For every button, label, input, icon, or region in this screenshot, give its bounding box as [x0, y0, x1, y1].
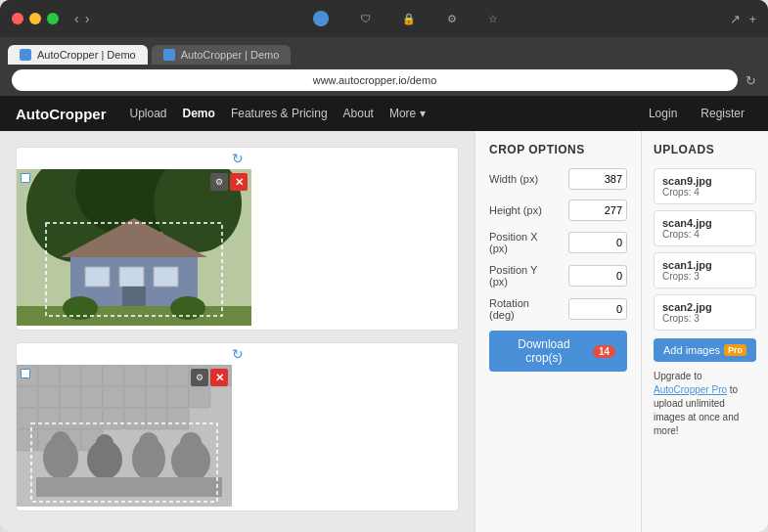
field-pos-y: Position Y(px) [489, 264, 627, 288]
svg-point-49 [96, 434, 113, 452]
top-nav: AutoCropper Upload Demo Features & Prici… [0, 96, 768, 131]
width-input[interactable] [568, 168, 627, 190]
svg-rect-7 [119, 267, 144, 287]
refresh-icon-2[interactable]: ↻ [232, 346, 244, 362]
rotation-input[interactable] [568, 298, 627, 320]
nav-register[interactable]: Register [693, 107, 752, 120]
svg-rect-54 [36, 477, 222, 497]
upload-item-4[interactable]: scan2.jpg Crops: 3 [654, 294, 756, 331]
svg-rect-37 [81, 408, 103, 429]
back-button[interactable]: ‹ [74, 11, 79, 26]
star-icon: ☆ [488, 13, 498, 25]
svg-rect-18 [81, 365, 103, 386]
traffic-lights [12, 13, 59, 24]
close-tool-2[interactable]: ✕ [210, 369, 228, 386]
svg-rect-40 [146, 408, 167, 429]
upgrade-prefix: Upgrade to [654, 371, 701, 381]
image-card-1: ↻ [16, 147, 459, 331]
browser-nav: ‹ › [74, 11, 89, 26]
pos-y-input[interactable] [568, 265, 627, 287]
svg-rect-28 [81, 386, 103, 408]
uploads-title: UPLOADS [654, 143, 756, 156]
upload-item-3[interactable]: scan1.jpg Crops: 3 [654, 252, 756, 288]
width-label: Width (px) [489, 173, 538, 185]
tab-active[interactable]: AutoCropper | Demo [8, 45, 148, 65]
address-bar-row: www.autocropper.io/demo ↻ [0, 65, 768, 96]
upload-item-2[interactable]: scan4.jpg Crops: 4 [654, 210, 756, 246]
svg-rect-20 [124, 365, 146, 386]
crop-options-panel: CROP OPTIONS Width (px) Height (px) [475, 131, 642, 532]
panels-row: CROP OPTIONS Width (px) Height (px) [475, 131, 768, 532]
svg-rect-21 [146, 365, 167, 386]
svg-rect-36 [60, 408, 81, 429]
crop-handle-tl[interactable] [21, 173, 30, 183]
reload-icon[interactable]: ↻ [745, 73, 756, 88]
brand-logo[interactable]: AutoCropper [16, 106, 107, 122]
svg-rect-35 [38, 408, 60, 429]
download-button[interactable]: Download crop(s) 14 [489, 331, 627, 372]
height-input[interactable] [568, 200, 627, 221]
close-button[interactable] [12, 13, 23, 24]
svg-point-47 [51, 431, 70, 451]
image-toolbar-2: ⚙ ✕ [191, 369, 228, 386]
settings-tool-2[interactable]: ⚙ [191, 369, 208, 386]
nav-login[interactable]: Login [641, 107, 685, 120]
nav-about[interactable]: About [336, 107, 382, 120]
field-width: Width (px) [489, 168, 627, 190]
add-images-button[interactable]: Add images Pro [654, 338, 756, 362]
lock-icon: 🔒 [402, 13, 416, 25]
tab-bar: AutoCropper | Demo AutoCropper | Demo [0, 37, 768, 65]
house-image [17, 169, 251, 326]
settings-tool-1[interactable]: ⚙ [210, 173, 228, 191]
pro-badge: Pro [724, 344, 746, 356]
height-label: Height (px) [489, 204, 542, 216]
upload-name-2: scan4.jpg [662, 217, 747, 229]
pos-x-label: Position X(px) [489, 231, 538, 254]
nav-upload[interactable]: Upload [122, 107, 175, 120]
tab-label-inactive: AutoCropper | Demo [181, 49, 280, 61]
upload-item-1[interactable]: scan9.jpg Crops: 4 [654, 168, 756, 204]
nav-more[interactable]: More ▾ [382, 107, 433, 120]
svg-rect-33 [189, 386, 210, 408]
svg-point-51 [139, 432, 158, 452]
forward-button[interactable]: › [85, 11, 90, 26]
favicon-icon [313, 11, 329, 26]
pos-x-input[interactable] [568, 232, 627, 253]
tab-inactive[interactable]: AutoCropper | Demo [152, 45, 292, 65]
nav-demo[interactable]: Demo [175, 107, 223, 120]
field-pos-x: Position X(px) [489, 231, 627, 254]
crop-options-title: CROP OPTIONS [489, 143, 627, 156]
upload-name-4: scan2.jpg [662, 301, 747, 313]
svg-rect-27 [60, 386, 81, 408]
svg-rect-32 [167, 386, 189, 408]
nav-features[interactable]: Features & Pricing [223, 107, 336, 120]
right-panel: CROP OPTIONS Width (px) Height (px) [474, 131, 768, 532]
address-bar[interactable]: www.autocropper.io/demo [12, 69, 738, 91]
nav-right: Login Register [641, 107, 752, 120]
download-count-badge: 14 [593, 345, 615, 358]
svg-rect-22 [167, 365, 189, 386]
field-rotation: Rotation(deg) [489, 297, 627, 321]
upgrade-link[interactable]: AutoCropper Pro [654, 384, 727, 395]
refresh-icon-1[interactable]: ↻ [232, 151, 244, 166]
upload-crops-2: Crops: 4 [662, 229, 747, 240]
upgrade-text: Upgrade to AutoCropper Pro to upload unl… [654, 370, 756, 438]
upload-name-1: scan9.jpg [662, 175, 747, 187]
address-text: www.autocropper.io/demo [22, 74, 728, 86]
uploads-panel: UPLOADS scan9.jpg Crops: 4 scan4.jpg Cro… [642, 131, 768, 532]
svg-rect-30 [124, 386, 146, 408]
svg-rect-42 [17, 429, 38, 451]
new-tab-icon[interactable]: + [748, 12, 756, 26]
image-toolbar-1: ⚙ ✕ [210, 173, 248, 191]
svg-rect-6 [85, 267, 110, 287]
nav-links: Upload Demo Features & Pricing About Mor… [122, 107, 641, 120]
upload-name-3: scan1.jpg [662, 259, 747, 271]
maximize-button[interactable] [47, 13, 59, 24]
close-tool-1[interactable]: ✕ [230, 173, 248, 191]
pos-y-label: Position Y(px) [489, 264, 537, 288]
svg-rect-19 [103, 365, 124, 386]
shield-icon: 🛡 [360, 13, 371, 24]
share-icon[interactable]: ↗ [730, 12, 741, 26]
crop-handle-tl-2[interactable] [21, 369, 30, 378]
minimize-button[interactable] [29, 13, 41, 24]
